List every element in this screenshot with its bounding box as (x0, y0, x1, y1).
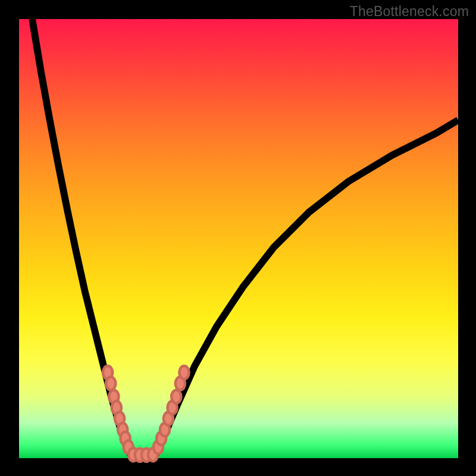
data-bead (106, 377, 115, 390)
right-curve-path (155, 120, 458, 456)
chart-frame: TheBottleneck.com (0, 0, 476, 476)
bead-group (103, 366, 189, 462)
plot-area (19, 19, 458, 458)
data-bead (171, 390, 181, 403)
attribution-label: TheBottleneck.com (350, 4, 469, 20)
data-bead (179, 366, 189, 379)
bottleneck-curve (19, 19, 458, 458)
